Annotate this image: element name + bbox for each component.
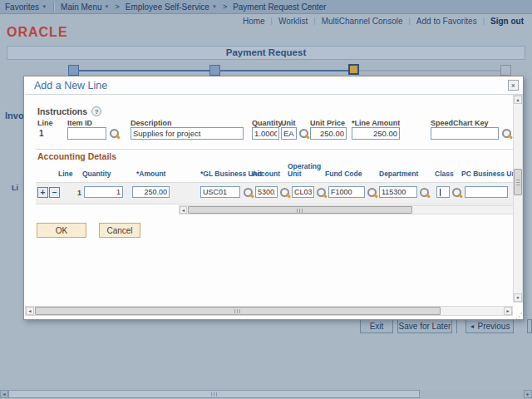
help-icon[interactable]: ?: [91, 106, 101, 116]
step-node-4[interactable]: [500, 65, 511, 76]
grid-horizontal-scrollbar[interactable]: ◄: [179, 205, 515, 214]
col-department: Department: [379, 170, 418, 178]
exit-button-label: Exit: [370, 322, 384, 331]
col-account: Account: [252, 170, 280, 178]
home-link[interactable]: Home: [243, 17, 265, 26]
resize-grip-icon[interactable]: ⋰: [515, 313, 522, 320]
breadcrumb-ess-label: Employee Self-Service: [126, 2, 209, 12]
line-number-value: 1: [39, 129, 44, 138]
unit-price-label: Unit Price: [310, 119, 345, 127]
gl-business-unit-lookup-icon[interactable]: [243, 187, 254, 198]
item-id-lookup-icon[interactable]: [109, 128, 120, 139]
row-operating-unit-field[interactable]: [292, 186, 314, 198]
breadcrumb-payment-request-center[interactable]: Payment Request Center: [228, 2, 331, 12]
chevron-down-icon: ▼: [105, 4, 110, 9]
scroll-left-icon[interactable]: ◄: [26, 307, 34, 315]
divider: [25, 94, 523, 95]
row-line-number: 1: [66, 189, 81, 197]
dialog-vertical-scrollbar[interactable]: ▲ ▼: [513, 95, 523, 303]
col-fund-code: Fund Code: [325, 170, 362, 178]
close-icon[interactable]: ×: [508, 80, 519, 91]
peoplesoft-screen: Favorites ▼ Main Menu ▼ > Employee Self-…: [0, 0, 532, 399]
scroll-right-icon[interactable]: ►: [524, 390, 532, 398]
breadcrumb-favorites-label: Favorites: [5, 2, 39, 12]
row-fund-code-field[interactable]: [328, 186, 365, 198]
scroll-left-icon[interactable]: ◄: [0, 390, 8, 398]
delete-row-icon[interactable]: –: [49, 187, 60, 198]
multichannel-console-link[interactable]: MultiChannel Console: [322, 17, 403, 26]
step-node-3-active[interactable]: [348, 64, 359, 75]
cancel-button[interactable]: Cancel: [99, 223, 140, 238]
quantity-field[interactable]: [252, 127, 279, 140]
col-class: Class: [435, 170, 454, 178]
divider: [53, 2, 54, 12]
row-class-field[interactable]: [436, 186, 450, 198]
header-links: Home | Worklist | MultiChannel Console |…: [243, 16, 524, 26]
dialog-title: Add a New Line: [34, 80, 107, 91]
col-line: Line: [58, 170, 72, 178]
scroll-up-icon[interactable]: ▲: [514, 96, 522, 104]
breadcrumb-main-menu-label: Main Menu: [61, 2, 101, 12]
grid-scrollbar-thumb[interactable]: [188, 206, 412, 214]
sign-out-link[interactable]: Sign out: [490, 17, 524, 26]
previous-button-label: Previous: [478, 322, 510, 331]
unit-label: Unit: [281, 119, 296, 127]
item-id-label: Item ID: [67, 119, 92, 127]
line-label: Line: [37, 119, 53, 127]
unit-field[interactable]: [281, 127, 297, 140]
step-node-2[interactable]: [209, 65, 220, 76]
line-amount-field[interactable]: [352, 127, 400, 140]
col-amount: *Amount: [136, 170, 165, 178]
row-quantity-field[interactable]: [84, 186, 123, 198]
step-train-line-todo: [353, 70, 505, 71]
worklist-link[interactable]: Worklist: [278, 17, 308, 26]
row-gl-business-unit-field[interactable]: [200, 186, 240, 198]
dialog-scrollbar-thumb[interactable]: [35, 307, 441, 315]
department-lookup-icon[interactable]: [419, 187, 430, 198]
account-lookup-icon[interactable]: [279, 187, 290, 198]
class-lookup-icon[interactable]: [451, 187, 462, 198]
row-department-field[interactable]: [379, 186, 417, 198]
breadcrumb-employee-self-service[interactable]: Employee Self-Service ▼: [121, 2, 222, 12]
breadcrumb-prc-label: Payment Request Center: [233, 2, 326, 12]
col-pc-business-unit: PC Business Unit: [461, 170, 520, 178]
description-label: Description: [131, 119, 172, 127]
operating-unit-lookup-icon[interactable]: [316, 187, 327, 198]
divider: |: [313, 17, 315, 25]
add-a-new-line-dialog: Add a New Line × Instructions ? Line Ite…: [23, 76, 524, 320]
item-id-field[interactable]: [67, 127, 106, 140]
row-pc-business-unit-field[interactable]: [465, 186, 508, 198]
breadcrumb-main-menu[interactable]: Main Menu ▼: [56, 2, 114, 12]
save-for-later-button[interactable]: Save for Later: [397, 319, 452, 333]
unit-lookup-icon[interactable]: [298, 128, 309, 139]
dialog-vscrollbar-thumb[interactable]: [514, 169, 522, 195]
fund-code-lookup-icon[interactable]: [367, 187, 377, 198]
ok-button[interactable]: OK: [37, 223, 86, 238]
add-to-favorites-link[interactable]: Add to Favorites: [416, 17, 477, 26]
page-horizontal-scrollbar[interactable]: ◄ ►: [0, 390, 532, 398]
text-cursor: [440, 189, 441, 196]
exit-button[interactable]: Exit: [360, 319, 393, 333]
previous-button[interactable]: ◄ Previous: [466, 319, 514, 333]
dialog-horizontal-scrollbar[interactable]: ◄ ►: [25, 306, 513, 316]
speedchart-key-field[interactable]: [431, 127, 499, 140]
breadcrumb-chevron-icon: >: [223, 2, 227, 11]
scroll-down-icon[interactable]: ▼: [514, 293, 522, 302]
breadcrumb-favorites[interactable]: Favorites ▼: [0, 2, 52, 12]
page-scrollbar-thumb[interactable]: [8, 390, 420, 398]
line-amount-label: *Line Amount: [352, 119, 400, 127]
breadcrumb-bar: Favorites ▼ Main Menu ▼ > Employee Self-…: [0, 0, 532, 14]
divider: [456, 319, 457, 333]
scroll-right-icon[interactable]: ►: [504, 307, 512, 315]
row-account-field[interactable]: [255, 186, 278, 198]
col-quantity: Quantity: [82, 170, 111, 178]
step-node-1[interactable]: [68, 65, 79, 76]
row-amount-field[interactable]: [132, 186, 170, 198]
unit-price-field[interactable]: [310, 127, 347, 140]
next-button-partial[interactable]: [527, 319, 532, 333]
speedchart-lookup-icon[interactable]: [501, 128, 512, 139]
description-field[interactable]: [131, 127, 244, 140]
scroll-left-icon[interactable]: ◄: [180, 206, 187, 214]
accounting-details-title: Accounting Details: [37, 151, 116, 161]
add-row-icon[interactable]: +: [37, 187, 48, 198]
